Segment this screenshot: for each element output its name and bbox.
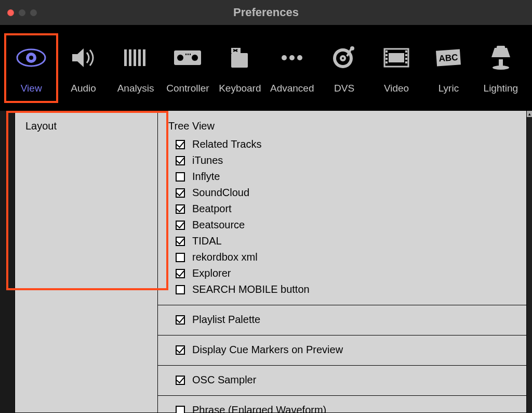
tab-dvs[interactable]: DVS xyxy=(318,34,370,102)
svg-marker-3 xyxy=(72,48,84,67)
svg-rect-12 xyxy=(185,54,187,55)
svg-rect-14 xyxy=(190,54,191,55)
svg-rect-31 xyxy=(385,54,388,56)
option-label: rekordbox xml xyxy=(192,251,258,263)
tab-audio[interactable]: Audio xyxy=(57,34,109,102)
tab-view[interactable]: View xyxy=(5,34,57,102)
option-label: Display Cue Markers on Preview xyxy=(192,344,343,356)
section-heading-layout: Layout xyxy=(25,120,147,132)
phrase-section: Phrase (Enlarged Waveform) Phrase (Full … xyxy=(158,396,526,413)
layout-panel: Layout Tree View Related Tracks iTunes I… xyxy=(15,111,527,413)
tab-label: Lighting xyxy=(484,83,518,94)
svg-rect-5 xyxy=(129,49,131,66)
abc-icon: ABC xyxy=(433,42,464,73)
zoom-window-button[interactable] xyxy=(30,9,37,16)
tab-analysis[interactable]: Analysis xyxy=(110,34,162,102)
tab-label: Audio xyxy=(71,83,96,94)
checkbox-beatsource[interactable] xyxy=(176,221,185,230)
option-label: SEARCH MOBILE button xyxy=(192,283,310,295)
tab-lighting[interactable]: Lighting xyxy=(475,34,527,102)
svg-point-11 xyxy=(192,55,198,61)
film-icon xyxy=(381,42,412,73)
checkbox-osc-sampler[interactable] xyxy=(176,376,185,385)
tab-label: Lyric xyxy=(438,83,459,94)
checkbox-related-tracks[interactable] xyxy=(176,140,185,149)
tab-controller[interactable]: Controller xyxy=(162,34,214,102)
content-area: Layout Tree View Related Tracks iTunes I… xyxy=(0,111,532,413)
tab-label: Analysis xyxy=(117,83,154,94)
dots-icon xyxy=(276,42,308,73)
option-label: iTunes xyxy=(192,154,223,166)
window-title: Preferences xyxy=(0,6,532,19)
svg-rect-29 xyxy=(389,53,404,62)
option-label: Explorer xyxy=(192,267,231,279)
preferences-toolbar: View Audio Analysis xyxy=(0,25,532,111)
svg-point-10 xyxy=(177,55,183,61)
osc-sampler-section: OSC Sampler xyxy=(158,366,526,396)
checkbox-inflyte[interactable] xyxy=(176,172,185,182)
tab-lyric[interactable]: ABC Lyric xyxy=(422,34,474,102)
svg-rect-35 xyxy=(405,54,407,56)
checkbox-tidal[interactable] xyxy=(176,237,185,246)
checkbox-rekordbox-xml[interactable] xyxy=(176,253,185,262)
tab-label: Controller xyxy=(166,83,209,94)
svg-rect-15 xyxy=(231,53,248,68)
cue-markers-section: Display Cue Markers on Preview xyxy=(158,335,526,366)
tab-label: Advanced xyxy=(270,83,314,94)
checkbox-search-mobile[interactable] xyxy=(176,285,185,294)
option-label: Related Tracks xyxy=(192,138,261,150)
tab-advanced[interactable]: Advanced xyxy=(266,34,318,102)
tab-video[interactable]: Video xyxy=(370,34,422,102)
svg-rect-36 xyxy=(405,58,407,60)
option-label: Beatport xyxy=(192,203,232,215)
svg-point-20 xyxy=(289,55,295,60)
window-controls xyxy=(7,9,37,16)
option-label: Playlist Palette xyxy=(192,314,260,326)
svg-rect-34 xyxy=(405,50,407,53)
tab-label: DVS xyxy=(334,83,354,94)
svg-rect-4 xyxy=(124,49,127,66)
section-heading-column: Layout xyxy=(15,111,158,412)
svg-point-2 xyxy=(29,56,33,60)
option-label: Inflyte xyxy=(192,171,220,183)
svg-rect-37 xyxy=(405,61,407,63)
svg-text:ABC: ABC xyxy=(438,52,458,63)
vinyl-icon xyxy=(329,42,360,73)
options-column: Tree View Related Tracks iTunes Inflyte … xyxy=(158,111,526,412)
playlist-palette-section: Playlist Palette xyxy=(158,305,526,335)
close-window-button[interactable] xyxy=(7,9,14,16)
tab-keyboard[interactable]: Keyboard xyxy=(214,34,266,102)
minimize-window-button[interactable] xyxy=(19,9,25,16)
option-label: TIDAL xyxy=(192,235,222,247)
checkbox-playlist-palette[interactable] xyxy=(176,315,185,325)
checkbox-soundcloud[interactable] xyxy=(176,188,185,198)
scroll-up-arrow[interactable]: ▴ xyxy=(527,111,532,117)
checkbox-itunes[interactable] xyxy=(176,156,185,165)
checkbox-cue-markers[interactable] xyxy=(176,345,185,355)
keyboard-icon xyxy=(224,42,256,73)
option-label: Phrase (Enlarged Waveform) xyxy=(192,404,326,413)
option-label: SoundCloud xyxy=(192,187,249,199)
svg-point-27 xyxy=(350,46,354,50)
tree-view-title: Tree View xyxy=(168,120,516,132)
svg-rect-32 xyxy=(385,58,388,60)
eye-icon xyxy=(16,42,47,73)
tab-label: View xyxy=(21,83,42,94)
svg-point-19 xyxy=(282,55,287,60)
svg-rect-41 xyxy=(499,59,503,67)
svg-rect-7 xyxy=(138,49,141,66)
option-label: Beatsource xyxy=(192,219,245,231)
title-bar: Preferences xyxy=(0,0,532,25)
bars-icon xyxy=(120,42,151,73)
svg-rect-6 xyxy=(134,49,136,66)
svg-rect-8 xyxy=(143,49,145,66)
controller-icon xyxy=(172,42,203,73)
option-label: OSC Sampler xyxy=(192,374,256,386)
tab-label: Keyboard xyxy=(219,83,261,94)
checkbox-beatport[interactable] xyxy=(176,204,185,214)
svg-point-25 xyxy=(342,57,344,59)
checkbox-explorer[interactable] xyxy=(176,269,185,278)
vertical-scrollbar[interactable]: ▴ xyxy=(527,111,532,413)
checkbox-phrase-enlarged[interactable] xyxy=(176,406,185,414)
svg-point-21 xyxy=(297,55,302,60)
